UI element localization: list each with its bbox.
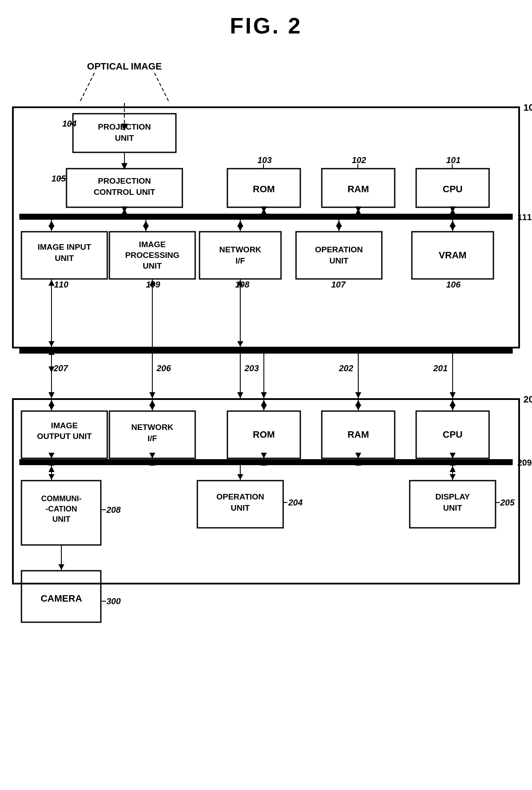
svg-marker-81 (450, 453, 456, 458)
svg-marker-19 (355, 206, 361, 212)
operation-unit-box-100 (296, 232, 382, 279)
svg-marker-58 (149, 400, 155, 406)
label-209: 209 (517, 458, 532, 467)
iou-text2: OUTPUT UNIT (37, 432, 92, 441)
svg-marker-103 (237, 341, 243, 347)
nif-text2-100: I/F (236, 256, 245, 265)
cpu-text-100: CPU (443, 184, 462, 194)
svg-marker-78 (355, 453, 361, 458)
between-label-203: 203 (244, 363, 259, 373)
svg-marker-43 (237, 392, 243, 398)
label-208: 208 (106, 505, 121, 515)
svg-marker-31 (237, 221, 243, 227)
between-label-206: 206 (156, 363, 171, 373)
between-label-202: 202 (339, 363, 353, 373)
vram-text: VRAM (439, 250, 467, 260)
page-title: FIG. 2 (0, 0, 532, 47)
ou-text1-200: OPERATION (216, 492, 264, 501)
system-200-label: 200 (523, 394, 532, 405)
nif-text2-200: I/F (148, 434, 157, 443)
svg-marker-22 (450, 206, 456, 212)
camera-text: CAMERA (41, 593, 82, 604)
svg-marker-69 (48, 453, 54, 458)
label-101: 101 (446, 155, 460, 165)
ram-text-200: RAM (348, 429, 369, 440)
label-300: 300 (106, 596, 121, 606)
ou-text1-100: OPERATION (315, 245, 363, 254)
bus-bar-111 (19, 214, 513, 220)
projection-unit-text: PROJECTION (98, 122, 151, 131)
svg-marker-67 (450, 400, 456, 406)
cu-text2: -CATION (45, 505, 77, 513)
projection-unit-box (73, 114, 176, 152)
label-205: 205 (500, 498, 515, 507)
svg-marker-25 (48, 221, 54, 227)
main-diagram: OPTICAL IMAGE 100 PROJECTION UNIT 104 PR… (0, 47, 532, 790)
label-104: 104 (62, 119, 76, 128)
svg-marker-87 (237, 474, 243, 480)
svg-marker-99 (48, 280, 54, 286)
svg-marker-49 (355, 392, 361, 398)
svg-marker-72 (149, 453, 155, 458)
svg-marker-51 (450, 392, 456, 398)
nif-text1-200: NETWORK (131, 423, 173, 432)
cu-text1: COMMUNI- (41, 494, 82, 503)
iiu-text1: IMAGE INPUT (38, 242, 91, 251)
system-200-box (13, 399, 519, 584)
between-label-207: 207 (53, 363, 68, 373)
svg-marker-45 (149, 392, 155, 398)
rom-text-200: ROM (253, 429, 275, 440)
optical-image-label: OPTICAL IMAGE (87, 61, 162, 72)
svg-line-1 (154, 73, 169, 103)
proj-ctrl-text1: PROJECTION (98, 176, 151, 185)
svg-marker-41 (48, 392, 54, 398)
svg-marker-85 (48, 466, 54, 472)
svg-marker-64 (355, 400, 361, 406)
label-110: 110 (54, 280, 68, 289)
svg-marker-34 (336, 221, 342, 227)
ou-text2-100: UNIT (329, 256, 349, 265)
rom-text-100: ROM (253, 184, 275, 194)
iou-text1: IMAGE (51, 421, 78, 430)
iiu-text2: UNIT (55, 254, 74, 263)
svg-line-0 (79, 73, 94, 103)
system-100-box (13, 107, 519, 348)
du-text1: DISPLAY (435, 492, 470, 501)
label-106: 106 (446, 280, 461, 289)
system-100-label: 100 (523, 102, 532, 113)
svg-marker-37 (450, 221, 456, 227)
svg-marker-89 (450, 474, 456, 480)
projection-unit-text2: UNIT (115, 133, 134, 142)
network-if-box-100 (200, 232, 281, 279)
cu-text3: UNIT (52, 515, 70, 524)
label-102: 102 (352, 155, 366, 165)
label-204: 204 (288, 498, 302, 507)
svg-marker-13 (121, 206, 127, 212)
svg-marker-16 (261, 206, 267, 212)
cpu-text-200: CPU (443, 429, 462, 440)
proj-ctrl-text2: CONTROL UNIT (94, 188, 155, 197)
svg-marker-95 (58, 564, 64, 570)
svg-marker-47 (261, 392, 267, 398)
svg-marker-90 (450, 466, 456, 472)
label-111: 111 (517, 212, 532, 222)
svg-marker-84 (48, 474, 54, 480)
svg-marker-75 (261, 453, 267, 458)
ram-text-100: RAM (348, 184, 369, 194)
svg-marker-61 (261, 400, 267, 406)
ipu-text3: UNIT (143, 261, 162, 270)
between-label-201: 201 (433, 363, 447, 373)
svg-marker-28 (143, 221, 149, 227)
inter-system-bus (19, 348, 513, 354)
ipu-text2: PROCESSING (125, 251, 180, 260)
label-103: 103 (257, 155, 272, 165)
du-text2: UNIT (443, 503, 462, 512)
diagram-area: OPTICAL IMAGE 100 PROJECTION UNIT 104 PR… (0, 47, 532, 790)
svg-marker-55 (48, 400, 54, 406)
nif-text1-100: NETWORK (219, 245, 261, 254)
label-107: 107 (331, 280, 346, 289)
ou-text2-200: UNIT (231, 503, 250, 512)
svg-marker-98 (48, 341, 54, 347)
ipu-text1: IMAGE (139, 240, 166, 249)
